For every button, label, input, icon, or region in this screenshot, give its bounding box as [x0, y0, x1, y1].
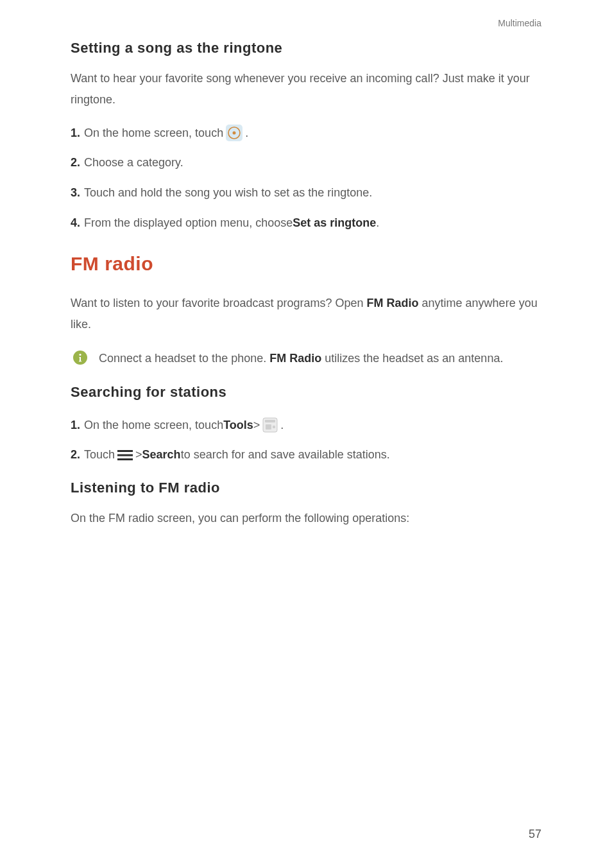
- search-step-1-number: 1.: [71, 416, 80, 435]
- intro-setting-ringtone: Want to hear your favorite song whenever…: [71, 68, 541, 111]
- page-container: Multimedia Setting a song as the rington…: [0, 0, 612, 868]
- svg-point-2: [233, 131, 236, 134]
- search-step-2-post: to search for and save available station…: [181, 446, 390, 464]
- info-strong: FM Radio: [269, 352, 321, 365]
- search-step-1-strong: Tools: [223, 416, 253, 435]
- search-step-2: 2. Touch > Search to search for and save…: [71, 446, 541, 464]
- svg-point-8: [273, 426, 275, 428]
- search-step-1: 1. On the home screen, touch Tools > .: [71, 416, 541, 435]
- info-icon: [73, 351, 87, 365]
- step-1: 1. On the home screen, touch .: [71, 124, 541, 143]
- info-note: Connect a headset to the phone. FM Radio…: [71, 348, 541, 369]
- step-3-number: 3.: [71, 184, 80, 202]
- search-step-2-mid: >: [135, 446, 142, 464]
- header-section-label: Multimedia: [71, 18, 541, 28]
- music-app-icon: [226, 125, 242, 141]
- step-4-strong: Set as ringtone: [293, 214, 376, 232]
- heading-setting-ringtone: Setting a song as the ringtone: [71, 40, 541, 56]
- step-2-text: Choose a category.: [84, 153, 183, 172]
- fm-radio-app-icon: [262, 417, 278, 433]
- step-4-pre: From the displayed option menu, choose: [84, 214, 293, 232]
- heading-fm-radio: FM radio: [71, 253, 541, 275]
- svg-point-4: [79, 354, 81, 356]
- page-number: 57: [529, 828, 541, 841]
- step-3-text: Touch and hold the song you wish to set …: [84, 184, 372, 202]
- svg-rect-9: [117, 450, 133, 452]
- search-step-2-strong: Search: [142, 446, 181, 464]
- step-4-number: 4.: [71, 214, 80, 232]
- step-3: 3. Touch and hold the song you wish to s…: [71, 184, 541, 202]
- intro-fm-pre: Want to listen to your favorite broadcas…: [71, 297, 367, 309]
- info-pre: Connect a headset to the phone.: [99, 352, 269, 365]
- heading-listening-fm: Listening to FM radio: [71, 480, 541, 496]
- step-1-after: .: [245, 124, 248, 143]
- step-4: 4. From the displayed option menu, choos…: [71, 214, 541, 232]
- step-1-number: 1.: [71, 124, 80, 143]
- search-step-1-mid: >: [253, 416, 260, 435]
- search-step-2-number: 2.: [71, 446, 80, 464]
- step-2: 2. Choose a category.: [71, 153, 541, 172]
- svg-rect-10: [117, 454, 133, 456]
- search-step-1-pre: On the home screen, touch: [84, 416, 223, 435]
- body-listening-fm: On the FM radio screen, you can perform …: [71, 508, 541, 529]
- heading-searching-stations: Searching for stations: [71, 384, 541, 401]
- menu-icon: [117, 449, 133, 461]
- step-1-text: On the home screen, touch: [84, 124, 223, 143]
- search-step-1-after: .: [280, 416, 284, 435]
- step-4-post: .: [376, 214, 379, 232]
- svg-rect-6: [265, 420, 275, 422]
- svg-rect-7: [266, 424, 271, 430]
- search-step-2-pre: Touch: [84, 446, 115, 464]
- step-2-number: 2.: [71, 153, 80, 172]
- intro-fm-radio: Want to listen to your favorite broadcas…: [71, 293, 541, 336]
- svg-rect-11: [117, 458, 133, 460]
- info-post: utilizes the headset as an antenna.: [321, 352, 503, 365]
- intro-fm-strong: FM Radio: [367, 297, 419, 309]
- info-note-text: Connect a headset to the phone. FM Radio…: [90, 348, 541, 369]
